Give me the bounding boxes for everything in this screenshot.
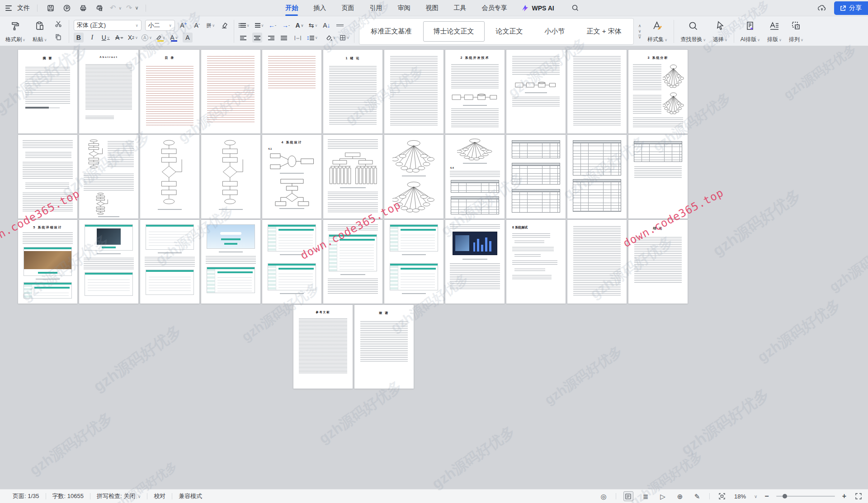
sort-button[interactable]: A↓ bbox=[321, 20, 331, 30]
page-thumbnail-15[interactable] bbox=[201, 135, 260, 218]
borders-button[interactable]: ∨ bbox=[340, 33, 349, 43]
page-thumbnail-14[interactable] bbox=[140, 135, 199, 218]
page-thumbnail-8[interactable]: 2 系统开发技术 bbox=[445, 50, 505, 133]
decrease-indent-button[interactable]: ←- bbox=[267, 20, 277, 30]
menu-tab-1[interactable]: 开始 bbox=[284, 1, 299, 15]
page-thumbnail-7[interactable] bbox=[384, 50, 443, 133]
paste-button[interactable]: 粘贴∨ bbox=[31, 18, 49, 45]
page-thumbnail-22[interactable] bbox=[628, 135, 688, 218]
gallery-up-icon[interactable]: ∧ bbox=[638, 24, 642, 28]
style-item-3[interactable]: 论文正文 bbox=[486, 21, 533, 42]
menu-tab-7[interactable]: 工具 bbox=[453, 1, 467, 15]
highlight-color-button[interactable]: ∨ bbox=[156, 33, 165, 43]
line-spacing-button[interactable]: ↕∨ bbox=[307, 33, 318, 43]
bullets-button[interactable]: ∨ bbox=[239, 20, 250, 30]
style-item-4[interactable]: 小小节 bbox=[534, 21, 576, 42]
page-thumbnail-25[interactable] bbox=[140, 220, 199, 304]
share-button[interactable]: 分享 bbox=[834, 1, 868, 15]
underline-button[interactable]: U∨ bbox=[101, 33, 111, 43]
format-painter-button[interactable]: 格式刷∨ bbox=[4, 18, 27, 45]
page-thumbnail-13[interactable] bbox=[79, 135, 138, 218]
gallery-down-icon[interactable]: ∨ bbox=[638, 29, 642, 33]
italic-button[interactable]: I bbox=[87, 33, 97, 43]
style-set-button[interactable]: 样式集∨ bbox=[646, 18, 669, 45]
save-button[interactable] bbox=[45, 2, 57, 14]
align-right-button[interactable] bbox=[266, 33, 276, 43]
web-view-button[interactable]: ⊕ bbox=[675, 491, 685, 501]
outline-view-button[interactable]: ≣ bbox=[641, 491, 651, 501]
zoom-out-button[interactable]: − bbox=[764, 492, 769, 500]
bold-button[interactable]: B bbox=[74, 33, 84, 43]
show-marks-button[interactable] bbox=[335, 20, 345, 30]
shading-button[interactable]: ∨ bbox=[326, 33, 336, 43]
page-thumbnail-9[interactable] bbox=[506, 50, 566, 133]
print-button[interactable] bbox=[77, 2, 89, 14]
toolbar-more-icon[interactable]: ∨ bbox=[135, 5, 138, 11]
fit-page-button[interactable] bbox=[717, 491, 727, 501]
read-mode-button[interactable]: ▷ bbox=[658, 491, 668, 501]
menu-tab-4[interactable]: 引用 bbox=[368, 1, 383, 15]
copy-button[interactable] bbox=[55, 33, 62, 43]
superscript-button[interactable]: X2∨ bbox=[128, 33, 138, 43]
select-button[interactable]: 选择∨ bbox=[711, 18, 729, 45]
undo-dropdown-icon[interactable]: ∨ bbox=[118, 6, 122, 10]
page-thumbnail-27[interactable] bbox=[262, 220, 321, 304]
zoom-dropdown-icon[interactable]: ∨ bbox=[754, 494, 757, 499]
page-thumbnail-16[interactable]: 4 系统设计4.1 bbox=[262, 135, 321, 218]
page-thumbnail-26[interactable] bbox=[201, 220, 260, 304]
word-count[interactable]: 字数: 10655 bbox=[46, 492, 90, 500]
page-thumbnail-33[interactable]: 结 论 bbox=[628, 220, 688, 304]
cut-button[interactable] bbox=[55, 20, 62, 29]
text-effects-button[interactable]: A∨ bbox=[294, 20, 304, 30]
style-item-5[interactable]: 正文 + 宋体 bbox=[576, 21, 632, 42]
file-menu[interactable]: 文件 bbox=[17, 4, 30, 12]
align-left-button[interactable] bbox=[239, 33, 249, 43]
style-item-1[interactable]: 标准正文基准 bbox=[361, 21, 422, 42]
menu-tab-6[interactable]: 视图 bbox=[425, 1, 439, 15]
increase-indent-button[interactable]: →- bbox=[281, 20, 291, 30]
page-thumbnail-19[interactable]: 4.4 bbox=[445, 135, 505, 218]
ai-layout-button[interactable]: AI排版∨ bbox=[739, 18, 762, 45]
page-thumbnail-20[interactable] bbox=[506, 135, 566, 218]
font-size-select[interactable]: 小二∨ bbox=[145, 20, 175, 31]
document-canvas[interactable]: 摘 要Abstract目 录1 绪 论2 系统开发技术3 系统分析4 系统设计4… bbox=[0, 47, 868, 489]
redo-button[interactable]: ↷ bbox=[126, 5, 132, 12]
strikethrough-button[interactable]: A∨ bbox=[114, 33, 124, 43]
wps-ai-menu[interactable]: WPS AI bbox=[521, 5, 554, 12]
page-thumbnail-6[interactable]: 1 绪 论 bbox=[323, 50, 382, 133]
grow-font-button[interactable]: A+ bbox=[179, 20, 189, 30]
page-view-button[interactable] bbox=[623, 491, 633, 501]
page-thumbnail-10[interactable] bbox=[567, 50, 627, 133]
typeset-button[interactable]: 排版∨ bbox=[765, 18, 783, 45]
page-thumbnail-11[interactable]: 3 系统分析 bbox=[628, 50, 688, 133]
page-thumbnail-28[interactable] bbox=[323, 220, 382, 304]
page-thumbnail-30[interactable] bbox=[445, 220, 505, 304]
page-thumbnail-2[interactable]: Abstract bbox=[79, 50, 138, 133]
eye-protect-icon[interactable]: ◎ bbox=[599, 491, 609, 501]
page-thumbnail-34[interactable]: 参考文献 bbox=[293, 305, 353, 389]
ink-button[interactable]: ✎ bbox=[692, 491, 702, 501]
justify-button[interactable] bbox=[279, 33, 289, 43]
arrange-button[interactable]: 排列∨ bbox=[787, 18, 805, 45]
page-thumbnail-17[interactable] bbox=[323, 135, 382, 218]
distribute-button[interactable]: |⇔| bbox=[293, 33, 303, 43]
spell-check-status[interactable]: 拼写检查: 关闭 ∨ bbox=[90, 492, 147, 500]
page-thumbnail-12[interactable] bbox=[18, 135, 77, 218]
search-button[interactable] bbox=[570, 2, 581, 14]
menu-tab-3[interactable]: 页面 bbox=[340, 1, 355, 15]
menu-tab-8[interactable]: 会员专享 bbox=[481, 1, 508, 15]
asian-layout-button[interactable]: ⇆∨ bbox=[308, 20, 318, 30]
cloud-upload-button[interactable] bbox=[816, 2, 828, 14]
shrink-font-button[interactable]: A- bbox=[192, 20, 202, 30]
page-thumbnail-23[interactable]: 5 系统详细设计 bbox=[18, 220, 77, 304]
page-thumbnail-4[interactable] bbox=[201, 50, 260, 133]
find-replace-button[interactable]: 查找替换∨ bbox=[679, 18, 708, 45]
page-thumbnail-35[interactable]: 致 谢 bbox=[354, 305, 414, 389]
fullscreen-button[interactable] bbox=[854, 491, 863, 501]
page-thumbnail-21[interactable] bbox=[567, 135, 627, 218]
page-indicator[interactable]: 页面: 1/35 bbox=[6, 492, 46, 500]
hamburger-menu-icon[interactable] bbox=[5, 5, 13, 11]
page-thumbnail-29[interactable] bbox=[384, 220, 443, 304]
phonetic-guide-button[interactable]: 拼∨ bbox=[206, 20, 216, 30]
zoom-slider[interactable] bbox=[776, 496, 835, 497]
